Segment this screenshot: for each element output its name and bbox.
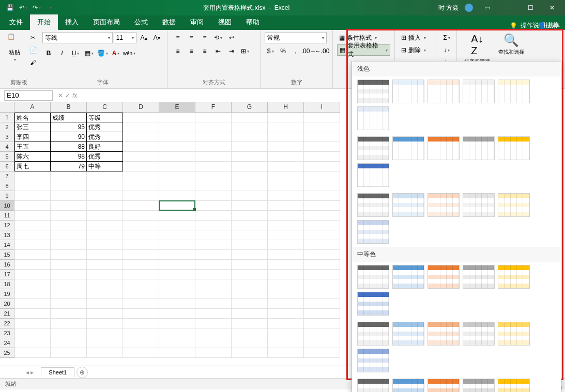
cell[interactable] bbox=[14, 211, 51, 221]
cell[interactable] bbox=[304, 122, 340, 132]
cell[interactable] bbox=[87, 289, 123, 299]
cell[interactable] bbox=[232, 299, 268, 309]
decrease-font-icon[interactable]: A▾ bbox=[151, 32, 163, 43]
decrease-decimal-icon[interactable]: ←.00 bbox=[316, 45, 328, 57]
cell[interactable] bbox=[51, 328, 87, 338]
cell[interactable] bbox=[14, 289, 51, 299]
cell[interactable] bbox=[123, 309, 159, 319]
cell[interactable] bbox=[232, 152, 268, 162]
align-top-icon[interactable]: ≡ bbox=[172, 32, 184, 43]
cell[interactable] bbox=[232, 240, 268, 250]
cell[interactable] bbox=[51, 279, 87, 289]
cell[interactable] bbox=[232, 122, 268, 132]
cell[interactable]: 优秀 bbox=[87, 122, 123, 132]
cell[interactable] bbox=[123, 260, 159, 270]
table-style-thumb[interactable] bbox=[427, 136, 460, 160]
table-style-thumb[interactable] bbox=[463, 136, 495, 160]
cell[interactable] bbox=[51, 240, 87, 250]
cell[interactable] bbox=[232, 201, 268, 211]
cell[interactable] bbox=[159, 299, 195, 309]
align-left-icon[interactable]: ≡ bbox=[172, 45, 184, 57]
merge-icon[interactable]: ⊞▾ bbox=[239, 45, 251, 57]
cell[interactable] bbox=[232, 289, 268, 299]
cell[interactable] bbox=[195, 319, 232, 328]
cell[interactable] bbox=[159, 230, 195, 240]
row-header[interactable]: 11 bbox=[0, 211, 14, 221]
cell[interactable] bbox=[268, 338, 304, 348]
cell[interactable] bbox=[304, 191, 340, 201]
cell[interactable]: 成绩 bbox=[51, 113, 87, 122]
share-button[interactable]: 👤 共享 bbox=[538, 21, 560, 30]
cell[interactable] bbox=[268, 191, 304, 201]
cell[interactable] bbox=[195, 230, 232, 240]
table-style-thumb[interactable] bbox=[498, 322, 530, 346]
cell[interactable] bbox=[123, 319, 159, 328]
row-header[interactable]: 6 bbox=[0, 162, 14, 171]
cell[interactable] bbox=[159, 132, 195, 142]
select-all-corner[interactable] bbox=[0, 102, 14, 113]
autosum-icon[interactable]: Σ▾ bbox=[440, 32, 453, 43]
cell[interactable] bbox=[159, 260, 195, 270]
cell[interactable] bbox=[232, 211, 268, 221]
table-style-thumb[interactable] bbox=[498, 265, 530, 289]
cell[interactable] bbox=[87, 230, 123, 240]
fx-icon[interactable]: fx bbox=[72, 92, 77, 99]
cell[interactable] bbox=[304, 171, 340, 181]
copy-icon[interactable]: 📄 bbox=[27, 44, 39, 56]
font-name-combo[interactable]: 等线▾ bbox=[42, 32, 113, 43]
font-size-combo[interactable]: 11▾ bbox=[114, 32, 137, 43]
cell[interactable] bbox=[232, 113, 268, 122]
column-header[interactable]: F bbox=[195, 102, 232, 113]
insert-cells-button[interactable]: ⊞插入▾ bbox=[399, 32, 432, 43]
cell[interactable] bbox=[123, 132, 159, 142]
cell[interactable] bbox=[51, 319, 87, 328]
table-style-thumb[interactable] bbox=[463, 379, 495, 392]
cell[interactable] bbox=[268, 171, 304, 181]
cell[interactable] bbox=[232, 181, 268, 191]
cell[interactable] bbox=[159, 142, 195, 152]
name-box[interactable] bbox=[4, 90, 53, 101]
cell[interactable] bbox=[123, 279, 159, 289]
cell[interactable] bbox=[87, 171, 123, 181]
align-bottom-icon[interactable]: ≡ bbox=[198, 32, 211, 43]
cell[interactable]: 周七 bbox=[14, 162, 51, 171]
phonetic-icon[interactable]: wén▾ bbox=[123, 48, 135, 59]
cell[interactable] bbox=[51, 171, 87, 181]
ribbon-tab-视图[interactable]: 视图 bbox=[211, 14, 239, 30]
cell[interactable] bbox=[159, 113, 195, 122]
cell[interactable] bbox=[232, 328, 268, 338]
cell[interactable] bbox=[195, 181, 232, 191]
cell[interactable] bbox=[304, 132, 340, 142]
row-header[interactable]: 20 bbox=[0, 299, 14, 309]
cell[interactable] bbox=[87, 270, 123, 279]
row-header[interactable]: 9 bbox=[0, 191, 14, 201]
cell[interactable] bbox=[87, 348, 123, 358]
table-style-thumb[interactable] bbox=[357, 265, 389, 289]
column-header[interactable]: H bbox=[268, 102, 304, 113]
ribbon-tab-审阅[interactable]: 审阅 bbox=[183, 14, 211, 30]
increase-font-icon[interactable]: A▴ bbox=[138, 32, 149, 43]
table-style-thumb[interactable] bbox=[392, 322, 424, 346]
cell[interactable] bbox=[14, 270, 51, 279]
row-header[interactable]: 4 bbox=[0, 142, 14, 152]
cell[interactable] bbox=[14, 348, 51, 358]
cell[interactable]: 88 bbox=[51, 142, 87, 152]
cell[interactable] bbox=[304, 211, 340, 221]
percent-icon[interactable]: % bbox=[277, 45, 288, 57]
row-header[interactable]: 10 bbox=[0, 201, 14, 211]
row-header[interactable]: 14 bbox=[0, 240, 14, 250]
row-header[interactable]: 25 bbox=[0, 348, 14, 358]
cell[interactable] bbox=[195, 240, 232, 250]
cell[interactable] bbox=[87, 221, 123, 230]
cell[interactable] bbox=[195, 122, 232, 132]
cell[interactable] bbox=[268, 201, 304, 211]
cell[interactable] bbox=[268, 319, 304, 328]
table-style-thumb[interactable] bbox=[427, 379, 460, 392]
enter-formula-icon[interactable]: ✓ bbox=[65, 92, 70, 99]
cell[interactable] bbox=[232, 162, 268, 171]
cell[interactable] bbox=[159, 328, 195, 338]
cell[interactable] bbox=[159, 211, 195, 221]
cell[interactable] bbox=[159, 270, 195, 279]
cell[interactable] bbox=[159, 122, 195, 132]
cell[interactable] bbox=[232, 279, 268, 289]
